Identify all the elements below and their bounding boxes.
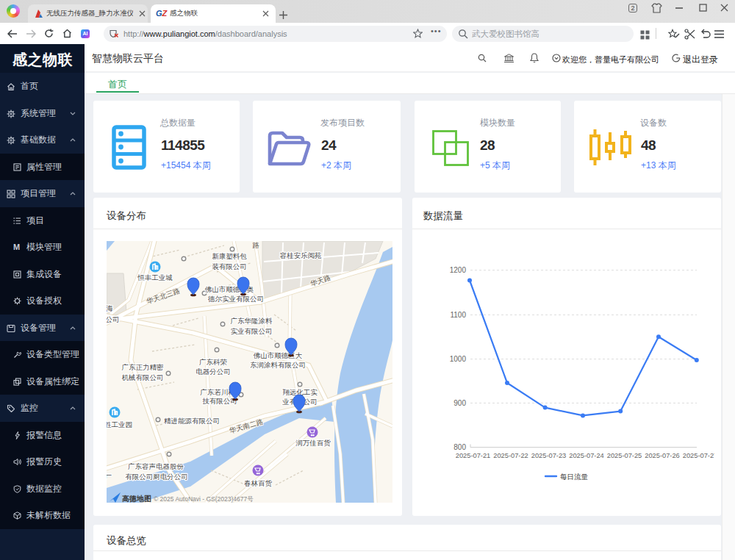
- svg-text:2025-07-24: 2025-07-24: [569, 452, 604, 459]
- svg-text:800: 800: [453, 443, 466, 451]
- svg-text:900: 900: [453, 399, 466, 407]
- svg-text:公司: 公司: [107, 315, 120, 323]
- svg-text:广东容声电器股份: 广东容声电器股份: [128, 462, 184, 470]
- svg-text:2025-07-23: 2025-07-23: [531, 452, 567, 459]
- svg-text:1200: 1200: [450, 266, 467, 274]
- svg-text:装有限公司: 装有限公司: [212, 262, 247, 270]
- svg-text:1000: 1000: [450, 355, 467, 363]
- svg-text:2025-07-26: 2025-07-26: [645, 452, 680, 459]
- svg-text:2025-07-27: 2025-07-27: [683, 452, 714, 459]
- svg-text:广东华隆涂料: 广东华隆涂料: [231, 317, 273, 325]
- svg-text:广东科荣: 广东科荣: [199, 358, 228, 366]
- svg-text:广东正力精密: 广东正力精密: [122, 363, 165, 371]
- svg-text:精进能源有限公司: 精进能源有限公司: [164, 417, 220, 425]
- svg-text:实业有限公司: 实业有限公司: [231, 327, 273, 335]
- svg-text:佛山市顺德区大: 佛山市顺德区大: [253, 351, 303, 359]
- svg-text:路: 路: [252, 241, 259, 249]
- svg-text:有限公司厨电分公司: 有限公司厨电分公司: [125, 473, 188, 481]
- svg-text:© 2025 AutoNavi - GS(2023)4677: © 2025 AutoNavi - GS(2023)4677号: [154, 495, 254, 503]
- svg-text:电器分公司: 电器分公司: [196, 367, 231, 376]
- svg-text:技有限公司: 技有限公司: [202, 397, 237, 405]
- svg-text:春林百货: 春林百货: [244, 479, 273, 487]
- svg-text:2025-07-21: 2025-07-21: [456, 452, 491, 459]
- svg-text:高德地图: 高德地图: [122, 495, 151, 503]
- svg-text:机械有限公司: 机械有限公司: [122, 373, 164, 381]
- svg-text:新康塑料包: 新康塑料包: [212, 252, 247, 260]
- svg-text:恒丰工业城: 恒丰工业城: [137, 273, 173, 281]
- svg-text:润万佳百货: 润万佳百货: [295, 439, 331, 447]
- svg-text:2025-07-22: 2025-07-22: [493, 452, 528, 459]
- svg-text:东润涂料有限公司: 东润涂料有限公司: [250, 361, 306, 369]
- svg-text:每日流量: 每日流量: [560, 473, 589, 481]
- svg-text:德尔实业有限公司: 德尔实业有限公司: [207, 295, 264, 303]
- svg-text:厂: 厂: [107, 473, 112, 481]
- svg-text:容桂安乐阅苑: 容桂安乐阅苑: [280, 251, 322, 259]
- svg-text:海: 海: [107, 304, 113, 312]
- svg-text:2025-07-25: 2025-07-25: [607, 452, 642, 459]
- svg-text:胜工业园: 胜工业园: [107, 420, 132, 428]
- svg-text:1100: 1100: [450, 311, 466, 319]
